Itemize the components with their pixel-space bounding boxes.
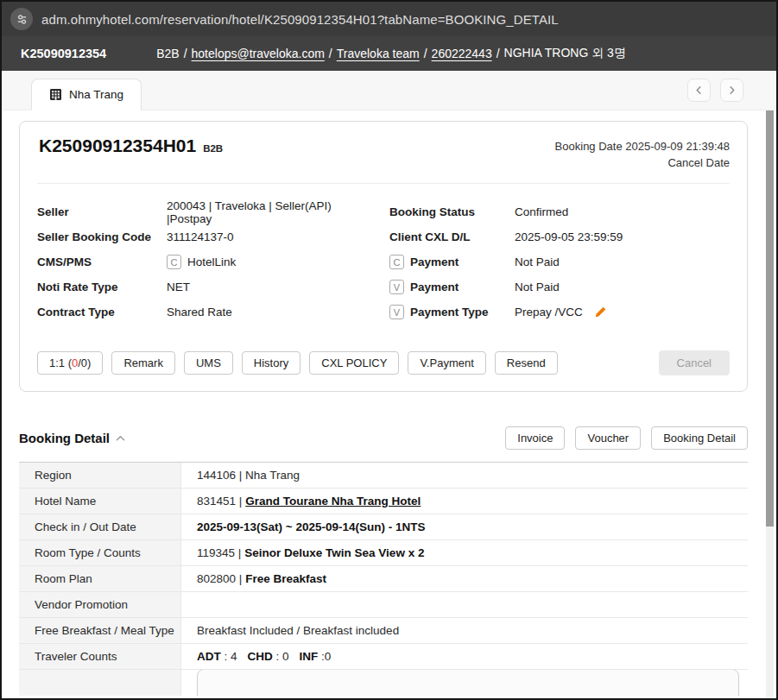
resend-button[interactable]: Resend (495, 351, 558, 375)
tab-strip: Nha Trang (2, 71, 776, 110)
one-on-one-button[interactable]: 1:1 (0/0) (37, 351, 103, 375)
adt-value: : 4 (221, 650, 237, 663)
field-contract-type: Contract Type Shared Rate (37, 300, 377, 325)
history-button[interactable]: History (242, 351, 300, 375)
field-v-payment: V Payment Not Paid (389, 274, 730, 300)
chd-value: : 0 (273, 650, 289, 663)
field-label: Seller Booking Code (37, 230, 167, 243)
v-payment-button[interactable]: V.Payment (408, 351, 485, 375)
table-row-room-type: Room Type / Counts 119345 | Seinor Delux… (19, 540, 748, 566)
booking-detail-table: Region 144106 | Nha Trang Hotel Name 831… (19, 462, 748, 696)
card-action-buttons: 1:1 (0/0) Remark UMS History CXL POLICY … (37, 350, 730, 375)
chevron-right-icon (727, 85, 737, 95)
v-badge: V (389, 305, 404, 319)
table-row-traveler-counts: Traveler Counts ADT : 4 CHD : 0 INF :0 (19, 644, 748, 670)
field-label: Payment (410, 255, 459, 268)
tab-prev-button[interactable] (687, 79, 711, 102)
table-row-vendor-promotion: Vendor Promotion (19, 592, 748, 618)
tab-label: Nha Trang (69, 88, 123, 101)
seller-id-link[interactable]: 260222443 (432, 47, 492, 60)
tab-nha-trang[interactable]: Nha Trang (31, 79, 142, 110)
field-seller-booking-code: Seller Booking Code 311124137-0 (37, 224, 377, 249)
field-cms-pms: CMS/PMS C HotelLink (37, 249, 377, 274)
booking-detail-header: Booking Detail Invoice Voucher Booking D… (19, 426, 748, 450)
invoice-button[interactable]: Invoice (505, 426, 565, 450)
cxl-policy-button[interactable]: CXL POLICY (309, 351, 399, 375)
address-bar-url[interactable]: adm.ohmyhotel.com/reservation/hotel/K250… (41, 12, 559, 27)
booking-detail-button[interactable]: Booking Detail (651, 426, 748, 450)
tab-nav-buttons (687, 79, 743, 102)
booking-detail-buttons: Invoice Voucher Booking Detail (505, 426, 748, 450)
room-plan-code: 802800 | (197, 572, 242, 585)
browser-url-bar: adm.ohmyhotel.com/reservation/hotel/K250… (2, 2, 776, 36)
row-label: Room Type / Counts (19, 540, 181, 565)
field-c-payment: C Payment Not Paid (389, 249, 730, 274)
field-booking-status: Booking Status Confirmed (389, 199, 730, 224)
hotel-code: 831451 | (197, 495, 242, 508)
row-label (19, 670, 181, 696)
field-label: Seller (37, 205, 167, 218)
field-label: Noti Rate Type (37, 281, 167, 293)
field-noti-rate-type: Noti Rate Type NET (37, 274, 377, 300)
booking-card-header: K25090912354H01 B2B Booking Date 2025-09… (37, 122, 730, 184)
table-row-meal-type: Free Breakfast / Meal Type Breakfast Inc… (19, 618, 748, 644)
hotel-name-link[interactable]: Grand Tourane Nha Trang Hotel (245, 495, 421, 508)
chevron-up-icon (116, 435, 125, 442)
field-label: Client CXL D/L (389, 230, 515, 243)
field-value: 200043 | Traveloka | Seller(API) |Postpa… (167, 199, 377, 225)
row-label: Hotel Name (19, 489, 181, 514)
seller-team-link[interactable]: Traveloka team (337, 47, 420, 60)
ums-button[interactable]: UMS (184, 351, 233, 375)
room-type-code: 119345 | (197, 546, 241, 559)
field-value: Prepay /VCC (515, 306, 583, 318)
main-content: K25090912354H01 B2B Booking Date 2025-09… (2, 110, 776, 696)
booking-detail-collapse[interactable]: Booking Detail (19, 431, 125, 445)
site-settings-button[interactable] (10, 8, 33, 30)
table-row-partial (19, 670, 748, 696)
c-badge: C (167, 255, 181, 269)
notes-textarea[interactable] (197, 670, 739, 696)
row-label: Free Breakfast / Meal Type (19, 618, 181, 643)
field-label: Booking Status (389, 205, 515, 218)
chd-label: CHD (248, 650, 273, 663)
field-value: HotelLink (187, 255, 236, 268)
table-row-check-in-out: Check in / Out Date 2025-09-13(Sat) ~ 20… (19, 514, 748, 540)
remark-button[interactable]: Remark (111, 351, 175, 375)
edit-payment-type-icon[interactable] (594, 306, 607, 318)
row-label: Region (19, 463, 181, 488)
chevron-left-icon (694, 85, 704, 95)
room-plan-name: Free Breakfast (245, 572, 326, 585)
field-client-cxl-dl: Client CXL D/L 2025-09-05 23:59:59 (389, 224, 730, 249)
field-value: Not Paid (515, 255, 560, 268)
separator: / (184, 47, 187, 60)
channel-badge: B2B (203, 143, 223, 154)
tune-icon (16, 13, 28, 26)
voucher-button[interactable]: Voucher (575, 426, 641, 450)
field-label: Contract Type (37, 306, 167, 318)
tab-next-button[interactable] (720, 79, 743, 102)
row-value: 2025-09-13(Sat) ~ 2025-09-14(Sun) - 1NTS (197, 520, 426, 533)
cancel-button[interactable]: Cancel (659, 350, 730, 375)
scrollbar-thumb[interactable] (766, 110, 774, 527)
guest-name: NGHIA TRONG 외 3명 (504, 46, 626, 61)
vertical-scrollbar (766, 110, 774, 698)
row-label: Vendor Promotion (19, 592, 181, 617)
field-value: Shared Rate (167, 306, 232, 318)
row-label: Check in / Out Date (19, 514, 181, 539)
browser-window: adm.ohmyhotel.com/reservation/hotel/K250… (0, 0, 778, 700)
field-value: Confirmed (515, 205, 568, 218)
row-value: 144106 | Nha Trang (181, 463, 748, 488)
separator: / (424, 47, 427, 60)
field-value: NET (167, 281, 190, 293)
seller-email-link[interactable]: hotelops@traveloka.com (192, 47, 325, 60)
table-row-region: Region 144106 | Nha Trang (19, 463, 748, 489)
hotel-building-icon (49, 88, 62, 101)
booking-date: Booking Date 2025-09-09 21:39:48 (555, 138, 730, 155)
reservation-header-bar: K25090912354 B2B / hotelops@traveloka.co… (2, 36, 776, 71)
field-label: Payment Type (410, 306, 489, 318)
field-value: 2025-09-05 23:59:59 (515, 230, 623, 243)
separator: / (497, 47, 500, 60)
booking-id-title: K25090912354H01 (39, 136, 196, 156)
field-value: 311124137-0 (167, 230, 234, 243)
room-type-name: Seinor Deluxe Twin Sea View x 2 (244, 546, 424, 559)
